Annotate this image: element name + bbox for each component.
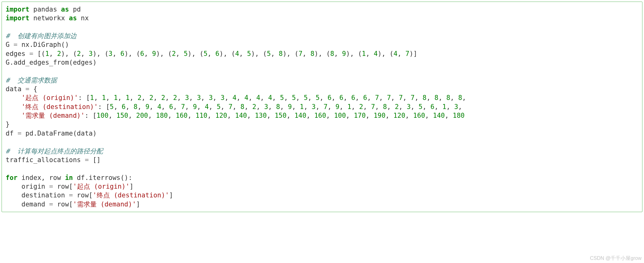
- line-alloc-assign: traffic_allocations = []: [6, 156, 100, 164]
- line-import-pandas: import pandas as pd: [6, 6, 81, 13]
- comment-create-graph: # 创建有向图并添加边: [6, 32, 77, 40]
- line-body-destination: destination = row['终点 (destination)']: [6, 191, 173, 199]
- line-body-origin: origin = row['起点 (origin)']: [6, 183, 134, 190]
- comment-calc-alloc: # 计算每对起点终点的路径分配: [6, 147, 103, 155]
- line-import-networkx: import networkx as nx: [6, 14, 89, 22]
- line-for: for index, row in df.iterrows():: [6, 174, 132, 181]
- comment-traffic-data: # 交通需求数据: [6, 77, 57, 84]
- line-edges-assign: edges = [(1, 2), (2, 3), (3, 6), (6, 9),…: [6, 50, 417, 57]
- line-body-demand: demand = row['需求量 (demand)']: [6, 201, 140, 208]
- line-data-demand: '需求量 (demand)': [100, 150, 200, 180, 160…: [6, 112, 465, 119]
- line-df-assign: df = pd.DataFrame(data): [6, 130, 97, 137]
- line-data-origin: '起点 (origin)': [1, 1, 1, 1, 2, 2, 2, 2, …: [6, 94, 466, 102]
- line-g-assign: G = nx.DiGraph(): [6, 41, 69, 48]
- line-add-edges: G.add_edges_from(edges): [6, 59, 97, 66]
- line-data-open: data = {: [6, 85, 37, 93]
- code-block: import pandas as pd import networkx as n…: [2, 2, 642, 212]
- line-data-destination: '终点 (destination)': [5, 6, 8, 9, 4, 6, 7…: [6, 103, 462, 111]
- line-data-close: }: [6, 121, 10, 128]
